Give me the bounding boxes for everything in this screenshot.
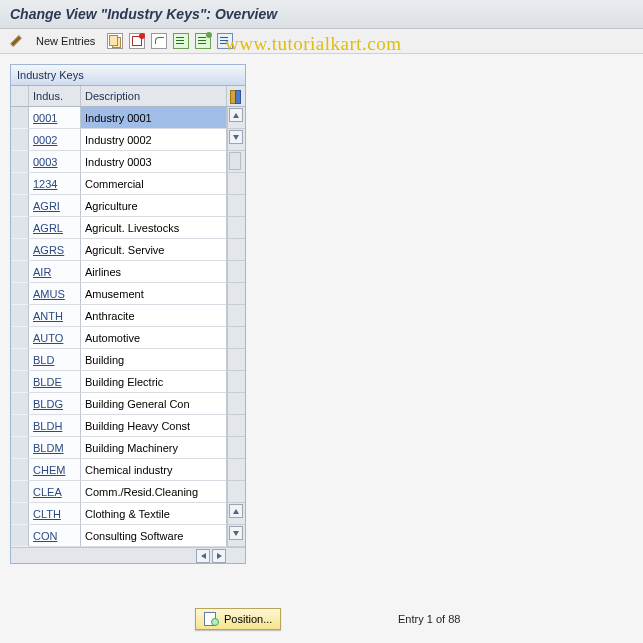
vertical-scrollbar-track[interactable]	[227, 129, 245, 151]
vertical-scrollbar-track[interactable]	[227, 327, 245, 349]
toggle-display-change-icon[interactable]	[8, 33, 24, 49]
industry-code-cell[interactable]: 0003	[29, 151, 81, 173]
scroll-up-button[interactable]	[229, 108, 243, 122]
row-selector[interactable]	[11, 327, 29, 349]
vertical-scrollbar-track[interactable]	[227, 151, 245, 173]
row-selector[interactable]	[11, 283, 29, 305]
deselect-all-icon[interactable]	[217, 33, 233, 49]
industry-desc-cell[interactable]: Comm./Resid.Cleaning	[81, 481, 227, 503]
vertical-scrollbar-track[interactable]	[227, 437, 245, 459]
vertical-scrollbar-track[interactable]	[227, 173, 245, 195]
industry-code-cell[interactable]: AMUS	[29, 283, 81, 305]
industry-code-cell[interactable]: 0001	[29, 107, 81, 129]
industry-code-cell[interactable]: BLDM	[29, 437, 81, 459]
row-selector[interactable]	[11, 239, 29, 261]
row-selector[interactable]	[11, 261, 29, 283]
industry-desc-cell[interactable]: Building Machinery	[81, 437, 227, 459]
header-select-all[interactable]	[11, 86, 29, 106]
industry-desc-cell[interactable]: Automotive	[81, 327, 227, 349]
row-selector[interactable]	[11, 503, 29, 525]
row-selector[interactable]	[11, 107, 29, 129]
row-selector[interactable]	[11, 129, 29, 151]
vertical-scrollbar-track[interactable]	[227, 459, 245, 481]
industry-desc-cell[interactable]: Industry 0002	[81, 129, 227, 151]
position-button[interactable]: Position...	[195, 608, 281, 630]
row-selector[interactable]	[11, 349, 29, 371]
vertical-scrollbar-track[interactable]	[227, 349, 245, 371]
industry-code-cell[interactable]: AIR	[29, 261, 81, 283]
vertical-scrollbar-track[interactable]	[227, 503, 245, 525]
row-selector[interactable]	[11, 217, 29, 239]
industry-desc-cell[interactable]: Amusement	[81, 283, 227, 305]
row-selector[interactable]	[11, 459, 29, 481]
industry-desc-cell[interactable]: Building Electric	[81, 371, 227, 393]
header-indus[interactable]: Indus.	[29, 86, 81, 106]
scroll-down-button[interactable]	[229, 526, 243, 540]
industry-code-cell[interactable]: CON	[29, 525, 81, 547]
industry-code-cell[interactable]: AUTO	[29, 327, 81, 349]
vertical-scrollbar-track[interactable]	[227, 305, 245, 327]
delete-icon[interactable]	[129, 33, 145, 49]
industry-desc-cell[interactable]: Agricult. Livestocks	[81, 217, 227, 239]
undo-change-icon[interactable]	[151, 33, 167, 49]
industry-desc-cell[interactable]: Agricult. Servive	[81, 239, 227, 261]
row-selector[interactable]	[11, 173, 29, 195]
industry-code-cell[interactable]: AGRL	[29, 217, 81, 239]
industry-code-cell[interactable]: ANTH	[29, 305, 81, 327]
row-selector[interactable]	[11, 195, 29, 217]
industry-desc-cell[interactable]: Building	[81, 349, 227, 371]
select-block-icon[interactable]	[195, 33, 211, 49]
vertical-scrollbar-track[interactable]	[227, 481, 245, 503]
industry-desc-cell[interactable]: Building General Con	[81, 393, 227, 415]
scrollbar-thumb[interactable]	[229, 152, 241, 170]
vertical-scrollbar-track[interactable]	[227, 239, 245, 261]
table-settings-button[interactable]	[227, 86, 245, 106]
vertical-scrollbar-track[interactable]	[227, 283, 245, 305]
row-selector[interactable]	[11, 525, 29, 547]
industry-code-cell[interactable]: CLEA	[29, 481, 81, 503]
row-selector[interactable]	[11, 437, 29, 459]
industry-code-cell[interactable]: BLDH	[29, 415, 81, 437]
vertical-scrollbar-track[interactable]	[227, 371, 245, 393]
industry-desc-cell[interactable]: Airlines	[81, 261, 227, 283]
scroll-left-button[interactable]	[196, 549, 210, 563]
row-selector[interactable]	[11, 305, 29, 327]
industry-desc-cell[interactable]: Industry 0001	[81, 107, 227, 129]
vertical-scrollbar-track[interactable]	[227, 525, 245, 547]
vertical-scrollbar-track[interactable]	[227, 415, 245, 437]
row-selector[interactable]	[11, 393, 29, 415]
industry-code-cell[interactable]: BLDG	[29, 393, 81, 415]
vertical-scrollbar-track[interactable]	[227, 261, 245, 283]
industry-code-cell[interactable]: CLTH	[29, 503, 81, 525]
industry-code-cell[interactable]: BLD	[29, 349, 81, 371]
industry-desc-cell[interactable]: Consulting Software	[81, 525, 227, 547]
row-selector[interactable]	[11, 481, 29, 503]
vertical-scrollbar-track[interactable]	[227, 107, 245, 129]
industry-code-cell[interactable]: BLDE	[29, 371, 81, 393]
vertical-scrollbar-track[interactable]	[227, 195, 245, 217]
industry-desc-cell[interactable]: Chemical industry	[81, 459, 227, 481]
row-selector[interactable]	[11, 371, 29, 393]
industry-code-cell[interactable]: 1234	[29, 173, 81, 195]
copy-as-icon[interactable]	[107, 33, 123, 49]
page-down-button[interactable]	[229, 130, 243, 144]
new-entries-button[interactable]: New Entries	[30, 33, 101, 49]
vertical-scrollbar-track[interactable]	[227, 217, 245, 239]
industry-code-cell[interactable]: 0002	[29, 129, 81, 151]
scroll-right-button[interactable]	[212, 549, 226, 563]
industry-code-cell[interactable]: AGRS	[29, 239, 81, 261]
industry-desc-cell[interactable]: Clothing & Textile	[81, 503, 227, 525]
industry-desc-cell[interactable]: Industry 0003	[81, 151, 227, 173]
header-description[interactable]: Description	[81, 86, 227, 106]
select-all-icon[interactable]	[173, 33, 189, 49]
industry-desc-cell[interactable]: Agriculture	[81, 195, 227, 217]
row-selector[interactable]	[11, 151, 29, 173]
industry-desc-cell[interactable]: Anthracite	[81, 305, 227, 327]
industry-code-cell[interactable]: CHEM	[29, 459, 81, 481]
industry-desc-cell[interactable]: Commercial	[81, 173, 227, 195]
row-selector[interactable]	[11, 415, 29, 437]
industry-code-cell[interactable]: AGRI	[29, 195, 81, 217]
industry-desc-cell[interactable]: Building Heavy Const	[81, 415, 227, 437]
vertical-scrollbar-track[interactable]	[227, 393, 245, 415]
page-up-button[interactable]	[229, 504, 243, 518]
